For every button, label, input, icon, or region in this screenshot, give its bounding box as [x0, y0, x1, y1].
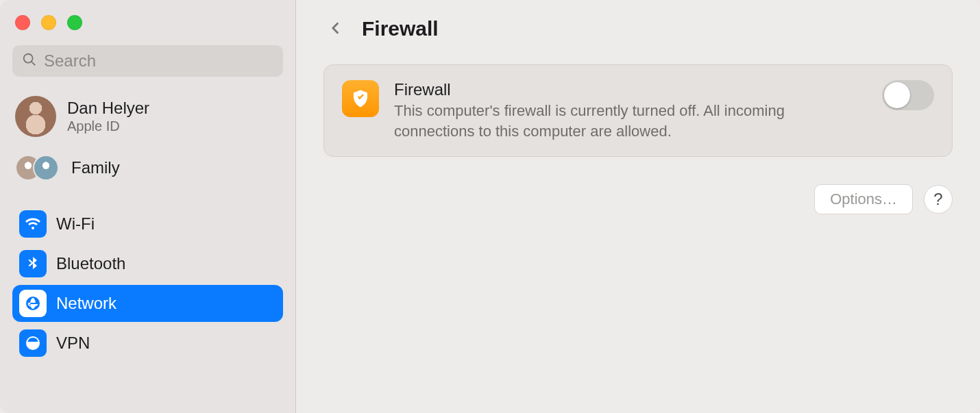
sidebar-item-label: Family	[71, 158, 120, 177]
back-button[interactable]	[323, 16, 348, 41]
sidebar-item-label: VPN	[56, 334, 90, 353]
options-button[interactable]: Options…	[814, 184, 913, 214]
chevron-left-icon	[329, 18, 343, 40]
sidebar-item-label: Bluetooth	[56, 254, 125, 273]
wifi-icon	[19, 210, 47, 238]
search-input[interactable]	[44, 51, 273, 71]
vpn-icon	[19, 329, 47, 357]
window-controls	[15, 15, 283, 30]
sidebar-item-wifi[interactable]: Wi-Fi	[12, 205, 283, 242]
avatar	[15, 96, 56, 137]
sidebar-item-bluetooth[interactable]: Bluetooth	[12, 245, 283, 282]
shield-icon	[342, 80, 379, 117]
bluetooth-icon	[19, 250, 47, 277]
card-description: This computer's firewall is currently tu…	[394, 101, 833, 141]
minimize-window-button[interactable]	[41, 15, 56, 30]
globe-icon	[19, 290, 47, 317]
family-avatars	[16, 156, 58, 179]
sidebar: Dan Helyer Apple ID Family Wi-Fi Bluetoo…	[0, 0, 296, 413]
sidebar-item-apple-id[interactable]: Dan Helyer Apple ID	[12, 92, 283, 141]
sidebar-item-label: Network	[56, 294, 117, 313]
help-button[interactable]: ?	[924, 185, 953, 214]
sidebar-item-label: Wi-Fi	[56, 214, 95, 234]
page-title: Firewall	[362, 17, 439, 40]
avatar	[34, 156, 58, 179]
main-content: Firewall Firewall This computer's firewa…	[296, 0, 980, 413]
firewall-card: Firewall This computer's firewall is cur…	[323, 64, 953, 157]
sidebar-item-network[interactable]: Network	[12, 285, 283, 322]
zoom-window-button[interactable]	[67, 15, 82, 30]
sidebar-item-family[interactable]: Family	[12, 151, 283, 185]
account-name: Dan Helyer	[67, 99, 149, 118]
sidebar-item-vpn[interactable]: VPN	[12, 325, 283, 362]
firewall-toggle[interactable]	[882, 80, 934, 110]
search-icon	[22, 52, 44, 70]
page-header: Firewall	[323, 16, 953, 41]
search-field[interactable]	[12, 45, 283, 77]
account-subtitle: Apple ID	[67, 118, 149, 134]
close-window-button[interactable]	[15, 15, 30, 30]
card-title: Firewall	[394, 80, 867, 99]
account-text: Dan Helyer Apple ID	[67, 99, 149, 134]
footer-row: Options… ?	[323, 184, 953, 214]
toggle-knob	[884, 82, 910, 108]
